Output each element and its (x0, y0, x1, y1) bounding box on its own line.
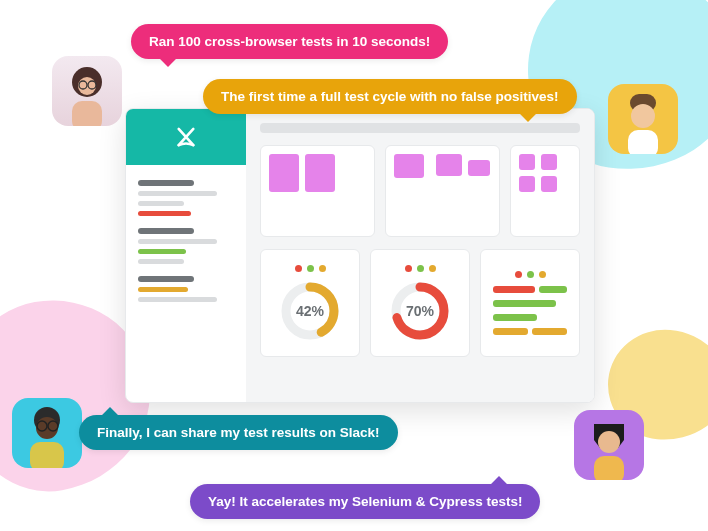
bar (493, 286, 567, 293)
nav-item (138, 191, 217, 196)
status-dots (295, 265, 326, 272)
thumb (519, 176, 535, 192)
avatar (574, 410, 644, 480)
logo-icon (173, 124, 199, 150)
bar (493, 300, 556, 307)
bar-seg (493, 286, 535, 293)
dashboard-main: 42% 70% (246, 109, 594, 402)
testimonial-bubble-3: Finally, I can share my test results on … (79, 415, 398, 450)
nav-item (138, 249, 186, 254)
tile-card (385, 145, 500, 237)
testimonial-text: Finally, I can share my test results on … (97, 425, 380, 440)
nav-item (138, 239, 217, 244)
thumb (305, 154, 335, 192)
dot-red-icon (515, 271, 522, 278)
dot-amber-icon (429, 265, 436, 272)
dot-green-icon (417, 265, 424, 272)
donut-chart: 42% (279, 280, 341, 342)
tile-card (260, 145, 375, 237)
thumb (269, 154, 299, 192)
sidebar (126, 109, 246, 402)
nav-item (138, 287, 188, 292)
bar-seg (539, 286, 567, 293)
svg-rect-14 (594, 456, 624, 480)
bubble-tail (490, 476, 510, 496)
dot-red-icon (405, 265, 412, 272)
metrics-row: 42% 70% (260, 249, 580, 357)
svg-rect-2 (72, 101, 102, 126)
tile-card (510, 145, 580, 237)
metric-donut-card: 70% (370, 249, 470, 357)
donut-label: 42% (279, 280, 341, 342)
dot-amber-icon (319, 265, 326, 272)
metric-donut-card: 42% (260, 249, 360, 357)
dot-green-icon (527, 271, 534, 278)
bar-seg (493, 328, 528, 335)
testimonial-text: The first time a full test cycle with no… (221, 89, 559, 104)
svg-point-13 (598, 431, 620, 453)
testimonial-text: Ran 100 cross-browser tests in 10 second… (149, 34, 430, 49)
svg-rect-10 (30, 442, 64, 468)
brand-tile (126, 109, 246, 165)
avatar (52, 56, 122, 126)
bubble-tail (158, 47, 178, 67)
nav-header (138, 276, 194, 282)
dot-green-icon (307, 265, 314, 272)
bar-list (489, 286, 571, 335)
status-dots (405, 265, 436, 272)
donut-chart: 70% (389, 280, 451, 342)
svg-point-6 (631, 104, 655, 128)
sidebar-nav (126, 165, 246, 402)
nav-item (138, 259, 184, 264)
thumb (394, 154, 424, 178)
svg-rect-7 (628, 130, 658, 154)
thumb (468, 160, 490, 176)
dot-red-icon (295, 265, 302, 272)
nav-header (138, 228, 194, 234)
avatar (12, 398, 82, 468)
thumb (541, 176, 557, 192)
dashboard-preview: 42% 70% (125, 108, 595, 403)
donut-label: 70% (389, 280, 451, 342)
testimonial-bubble-2: The first time a full test cycle with no… (203, 79, 577, 114)
thumb (436, 154, 462, 176)
bar-seg (532, 328, 567, 335)
bar (493, 328, 567, 335)
toolbar-placeholder (260, 123, 580, 133)
thumb (541, 154, 557, 170)
dot-amber-icon (539, 271, 546, 278)
metric-bars-card (480, 249, 580, 357)
thumb (519, 154, 535, 170)
status-dots (515, 271, 546, 278)
nav-item (138, 201, 184, 206)
nav-item (138, 297, 217, 302)
bar (493, 314, 537, 321)
testimonial-bubble-4: Yay! It accelerates my Selenium & Cypres… (190, 484, 540, 519)
testimonial-bubble-1: Ran 100 cross-browser tests in 10 second… (131, 24, 448, 59)
nav-item (138, 211, 191, 216)
nav-header (138, 180, 194, 186)
avatar (608, 84, 678, 154)
testimonial-text: Yay! It accelerates my Selenium & Cypres… (208, 494, 522, 509)
content-tiles-row (260, 145, 580, 237)
